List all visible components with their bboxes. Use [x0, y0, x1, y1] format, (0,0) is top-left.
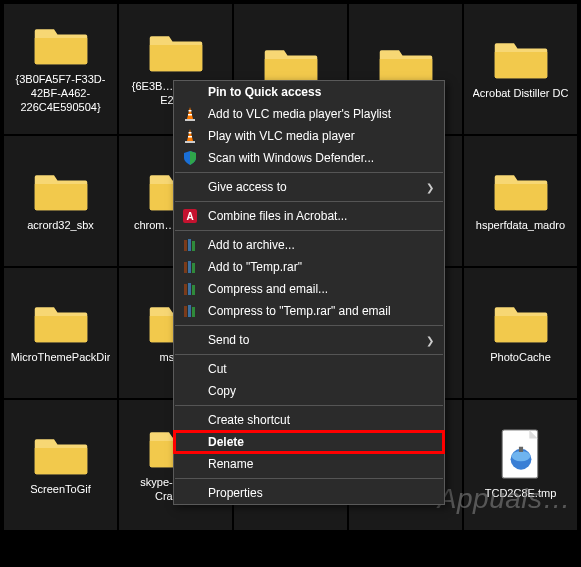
menu-separator: [175, 201, 443, 202]
svg-rect-24: [192, 285, 195, 295]
vlc-cone-icon: [182, 128, 198, 144]
svg-rect-21: [192, 263, 195, 273]
file-tile[interactable]: TCD2C8E.tmp: [464, 400, 577, 530]
folder-icon: [148, 30, 204, 74]
menu-add-vlc-playlist[interactable]: Add to VLC media player's Playlist: [174, 103, 444, 125]
menu-item-label: Add to VLC media player's Playlist: [208, 107, 434, 121]
file-name-label: Acrobat Distiller DC: [473, 87, 569, 101]
file-tile[interactable]: {3B0FA5F7-F33D-42BF-A462-226C4E590504}: [4, 4, 117, 134]
menu-combine-acrobat[interactable]: A Combine files in Acrobat...: [174, 205, 444, 227]
svg-rect-25: [184, 306, 187, 317]
menu-delete[interactable]: Delete: [174, 431, 444, 453]
submenu-arrow-icon: ❯: [424, 335, 434, 346]
menu-separator: [175, 172, 443, 173]
svg-rect-11: [185, 141, 195, 143]
menu-item-label: Copy: [208, 384, 434, 398]
menu-separator: [175, 325, 443, 326]
folder-icon: [493, 169, 549, 213]
blank-icon: [182, 84, 198, 100]
winrar-books-icon: [182, 237, 198, 253]
menu-add-temp-rar[interactable]: Add to "Temp.rar": [174, 256, 444, 278]
menu-compress-email[interactable]: Compress and email...: [174, 278, 444, 300]
explorer-window: {3B0FA5F7-F33D-42BF-A462-226C4E590504}{6…: [0, 0, 581, 567]
file-tile[interactable]: ScreenToGif: [4, 400, 117, 530]
svg-rect-20: [188, 261, 191, 273]
svg-rect-7: [518, 447, 522, 452]
folder-icon: [33, 23, 89, 67]
menu-copy[interactable]: Copy: [174, 380, 444, 402]
menu-add-archive[interactable]: Add to archive...: [174, 234, 444, 256]
folder-icon: [33, 433, 89, 477]
menu-item-label: Give access to: [208, 180, 424, 194]
winrar-books-icon: [182, 259, 198, 275]
winrar-books-icon: [182, 303, 198, 319]
svg-rect-12: [189, 132, 192, 134]
file-name-label: {3B0FA5F7-F33D-42BF-A462-226C4E590504}: [8, 73, 113, 114]
menu-pin-quick-access[interactable]: Pin to Quick access: [174, 81, 444, 103]
svg-rect-9: [189, 110, 192, 112]
svg-rect-27: [192, 307, 195, 317]
menu-send-to[interactable]: Send to ❯: [174, 329, 444, 351]
menu-create-shortcut[interactable]: Create shortcut: [174, 409, 444, 431]
defender-shield-icon: [182, 150, 198, 166]
menu-item-label: Create shortcut: [208, 413, 434, 427]
menu-give-access[interactable]: Give access to ❯: [174, 176, 444, 198]
file-tile[interactable]: PhotoCache: [464, 268, 577, 398]
blank-icon: [182, 361, 198, 377]
menu-item-label: Properties: [208, 486, 434, 500]
file-name-label: acrord32_sbx: [27, 219, 94, 233]
file-name-label: PhotoCache: [490, 351, 551, 365]
menu-properties[interactable]: Properties: [174, 482, 444, 504]
menu-separator: [175, 405, 443, 406]
file-tile[interactable]: MicroThemePackDir: [4, 268, 117, 398]
menu-separator: [175, 478, 443, 479]
menu-item-label: Pin to Quick access: [208, 85, 434, 99]
svg-rect-22: [184, 284, 187, 295]
blank-icon: [182, 332, 198, 348]
menu-scan-defender[interactable]: Scan with Windows Defender...: [174, 147, 444, 169]
menu-play-vlc[interactable]: Play with VLC media player: [174, 125, 444, 147]
winrar-books-icon: [182, 281, 198, 297]
blank-icon: [182, 179, 198, 195]
menu-separator: [175, 354, 443, 355]
blank-icon: [182, 412, 198, 428]
menu-compress-temp-email[interactable]: Compress to "Temp.rar" and email: [174, 300, 444, 322]
folder-icon: [493, 37, 549, 81]
svg-rect-23: [188, 283, 191, 295]
folder-icon: [33, 301, 89, 345]
menu-item-label: Delete: [208, 435, 434, 449]
menu-item-label: Combine files in Acrobat...: [208, 209, 434, 223]
menu-item-label: Cut: [208, 362, 434, 376]
blank-icon: [182, 456, 198, 472]
menu-cut[interactable]: Cut: [174, 358, 444, 380]
menu-item-label: Scan with Windows Defender...: [208, 151, 434, 165]
menu-item-label: Rename: [208, 457, 434, 471]
submenu-arrow-icon: ❯: [424, 182, 434, 193]
menu-item-label: Send to: [208, 333, 424, 347]
menu-rename[interactable]: Rename: [174, 453, 444, 475]
file-tile[interactable]: acrord32_sbx: [4, 136, 117, 266]
file-name-label: TCD2C8E.tmp: [485, 487, 557, 501]
menu-item-label: Add to archive...: [208, 238, 434, 252]
svg-rect-26: [188, 305, 191, 317]
svg-rect-17: [188, 239, 191, 251]
blank-icon: [182, 485, 198, 501]
folder-icon: [493, 301, 549, 345]
folder-icon: [33, 169, 89, 213]
tmp-file-icon: [496, 429, 546, 481]
context-menu: Pin to Quick access Add to VLC media pla…: [173, 80, 445, 505]
menu-item-label: Compress and email...: [208, 282, 434, 296]
file-name-label: hsperfdata_madro: [476, 219, 565, 233]
menu-item-label: Play with VLC media player: [208, 129, 434, 143]
file-tile[interactable]: Acrobat Distiller DC: [464, 4, 577, 134]
svg-rect-10: [188, 114, 192, 116]
file-tile[interactable]: hsperfdata_madro: [464, 136, 577, 266]
svg-rect-16: [184, 240, 187, 251]
blank-icon: [182, 383, 198, 399]
menu-separator: [175, 230, 443, 231]
svg-rect-13: [188, 136, 192, 138]
vlc-cone-icon: [182, 106, 198, 122]
file-name-label: ScreenToGif: [30, 483, 91, 497]
svg-rect-19: [184, 262, 187, 273]
svg-point-6: [511, 451, 530, 461]
